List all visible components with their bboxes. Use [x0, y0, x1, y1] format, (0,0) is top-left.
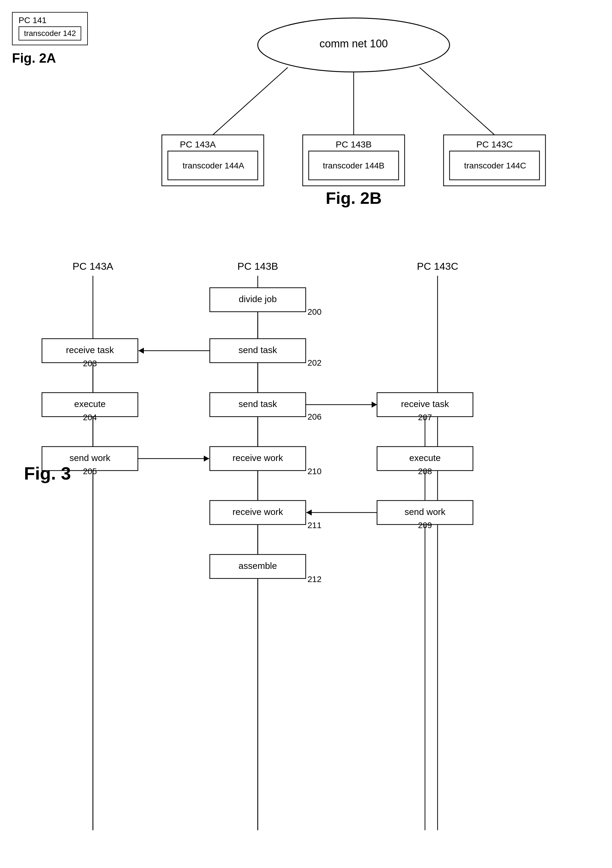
col-c-label: PC 143C	[417, 260, 458, 272]
send-work-205-num: 205	[83, 467, 97, 476]
fig2a: PC 141 transcoder 142 Fig. 2A	[12, 12, 88, 66]
execute-204-num: 204	[83, 413, 97, 422]
divide-job-label: divide job	[239, 294, 277, 304]
receive-task-203-num: 203	[83, 359, 97, 368]
arrow-206-to-207	[372, 401, 377, 408]
receive-work-211-label: receive work	[232, 507, 283, 517]
pc141-box: PC 141 transcoder 142	[12, 12, 88, 45]
col-b-label: PC 143B	[237, 260, 278, 272]
svg-text:Fig. 2B: Fig. 2B	[326, 189, 382, 208]
arrow-209-to-211	[306, 510, 312, 516]
send-work-205-label: send work	[70, 453, 111, 463]
svg-line-3	[420, 67, 494, 135]
arrow-205-to-210	[204, 456, 209, 462]
svg-text:PC 143C: PC 143C	[476, 140, 513, 149]
svg-text:transcoder 144A: transcoder 144A	[183, 161, 244, 170]
receive-task-203-label: receive task	[66, 345, 114, 355]
send-task-206-num: 206	[307, 412, 322, 422]
receive-work-210-num: 210	[307, 467, 322, 476]
svg-text:PC 143A: PC 143A	[180, 140, 216, 149]
arrow-202-to-203	[138, 348, 144, 354]
transcoder142-label: transcoder 142	[24, 29, 76, 38]
receive-work-210-label: receive work	[232, 453, 283, 463]
svg-text:PC 143B: PC 143B	[336, 140, 372, 149]
send-task-202-num: 202	[307, 358, 322, 367]
pc141-label: PC 141	[19, 16, 81, 25]
col-a-label: PC 143A	[73, 260, 113, 272]
send-task-202-label: send task	[239, 345, 277, 355]
assemble-212-num: 212	[307, 575, 322, 584]
fig3: PC 143A PC 143B PC 143C divide job 200 s…	[0, 246, 612, 846]
fig2b-svg: comm net 100 PC 143A transcoder 144A PC …	[144, 9, 564, 213]
send-task-206-label: send task	[239, 399, 277, 409]
fig2b: comm net 100 PC 143A transcoder 144A PC …	[144, 9, 564, 214]
fig3-caption: Fig. 3	[24, 463, 71, 484]
send-work-209-label: send work	[404, 507, 446, 517]
transcoder142-box: transcoder 142	[19, 26, 81, 40]
svg-text:transcoder 144C: transcoder 144C	[464, 161, 526, 170]
execute-204-label: execute	[74, 399, 105, 409]
svg-line-1	[213, 67, 288, 135]
receive-task-207-label: receive task	[401, 399, 449, 409]
fig2a-caption: Fig. 2A	[12, 51, 88, 66]
fig3-svg: PC 143A PC 143B PC 143C divide job 200 s…	[0, 246, 612, 845]
svg-text:transcoder 144B: transcoder 144B	[323, 161, 384, 170]
receive-work-211-num: 211	[307, 521, 322, 530]
comm-net-label: comm net 100	[319, 37, 388, 50]
assemble-212-label: assemble	[239, 561, 277, 571]
execute-208-label: execute	[409, 453, 440, 463]
divide-job-num: 200	[307, 307, 322, 316]
